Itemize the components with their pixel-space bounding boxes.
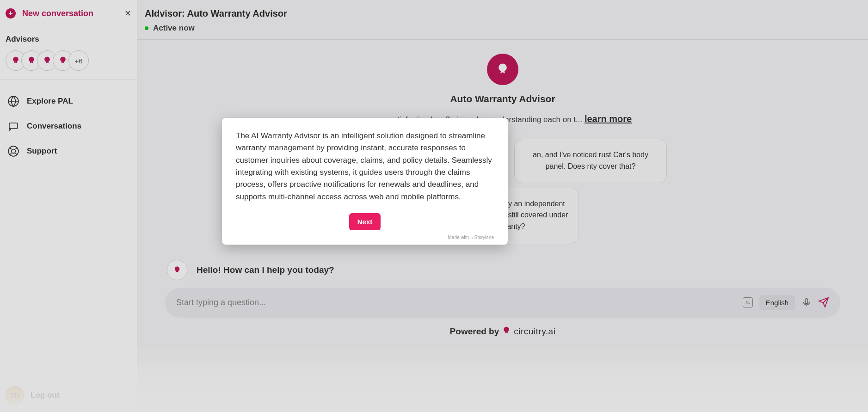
nav-conversations[interactable]: Conversations bbox=[0, 114, 137, 139]
plus-icon: + bbox=[6, 8, 16, 18]
globe-icon bbox=[7, 95, 19, 107]
svg-point-4 bbox=[746, 301, 747, 302]
greeting-text: Hello! How can I help you today? bbox=[197, 265, 334, 275]
advisors-section: Advisors +6 bbox=[0, 27, 137, 80]
message-input[interactable] bbox=[176, 298, 736, 307]
sidebar: + New conversation ✕ Advisors +6 Explore… bbox=[0, 0, 137, 412]
modal-footer: Made with ⟐ Storylane bbox=[236, 234, 494, 240]
send-icon[interactable] bbox=[818, 297, 829, 308]
logout-button[interactable]: Log out bbox=[31, 391, 59, 400]
status-row: Active now bbox=[145, 24, 861, 33]
page-title: AIdvisor: Auto Warranty Advisor bbox=[145, 8, 861, 19]
next-button[interactable]: Next bbox=[349, 213, 381, 230]
assistant-avatar bbox=[167, 260, 187, 280]
storylane-icon: ⟐ bbox=[470, 235, 474, 240]
nav-menu: Explore PAL Conversations Support bbox=[0, 80, 137, 379]
tutorial-modal: The AI Warranty Advisor is an intelligen… bbox=[222, 118, 508, 245]
powered-by-prefix: Powered by bbox=[450, 326, 499, 337]
hero-avatar bbox=[487, 54, 518, 85]
status-text: Active now bbox=[153, 24, 195, 33]
language-selector[interactable]: English bbox=[759, 295, 795, 310]
svg-rect-1 bbox=[9, 123, 18, 129]
nav-support[interactable]: Support bbox=[0, 139, 137, 164]
svg-point-3 bbox=[12, 149, 16, 154]
hero-section: Auto Warranty Advisor mer satisfaction b… bbox=[165, 54, 840, 126]
microphone-icon[interactable] bbox=[801, 297, 812, 307]
storylane-brand[interactable]: Storylane bbox=[474, 235, 494, 240]
advisors-heading: Advisors bbox=[6, 35, 131, 44]
sample-card[interactable]: an, and I've noticed rust Car's body pan… bbox=[514, 139, 667, 183]
lifebuoy-icon bbox=[7, 145, 19, 157]
brand-icon bbox=[502, 326, 511, 338]
learn-more-link[interactable]: learn more bbox=[585, 114, 632, 124]
chat-icon bbox=[7, 120, 19, 132]
new-conversation-label: New conversation bbox=[22, 9, 118, 18]
svg-rect-5 bbox=[805, 299, 808, 304]
main-header: AIdvisor: Auto Warranty Advisor Active n… bbox=[137, 0, 868, 40]
image-upload-icon[interactable] bbox=[743, 297, 753, 307]
nav-conversations-label: Conversations bbox=[27, 122, 81, 131]
nav-explore[interactable]: Explore PAL bbox=[0, 89, 137, 114]
modal-body-text: The AI Warranty Advisor is an intelligen… bbox=[236, 130, 494, 203]
brand-name: circuitry.ai bbox=[514, 326, 555, 337]
greeting-row: Hello! How can I help you today? bbox=[165, 260, 840, 288]
advisor-avatars: +6 bbox=[6, 50, 131, 71]
status-dot-icon bbox=[145, 26, 148, 30]
sidebar-footer: DH Log out bbox=[0, 379, 137, 412]
advisor-more-count[interactable]: +6 bbox=[68, 50, 89, 71]
hero-title: Auto Warranty Advisor bbox=[450, 93, 555, 105]
made-with-label: Made with bbox=[448, 235, 469, 240]
nav-support-label: Support bbox=[27, 147, 57, 156]
message-input-row: English bbox=[165, 288, 840, 318]
user-avatar[interactable]: DH bbox=[6, 386, 24, 405]
close-icon[interactable]: ✕ bbox=[124, 8, 131, 18]
new-conversation-row[interactable]: + New conversation ✕ bbox=[0, 0, 137, 27]
nav-explore-label: Explore PAL bbox=[27, 97, 73, 106]
powered-by: Powered by circuitry.ai bbox=[165, 326, 840, 342]
